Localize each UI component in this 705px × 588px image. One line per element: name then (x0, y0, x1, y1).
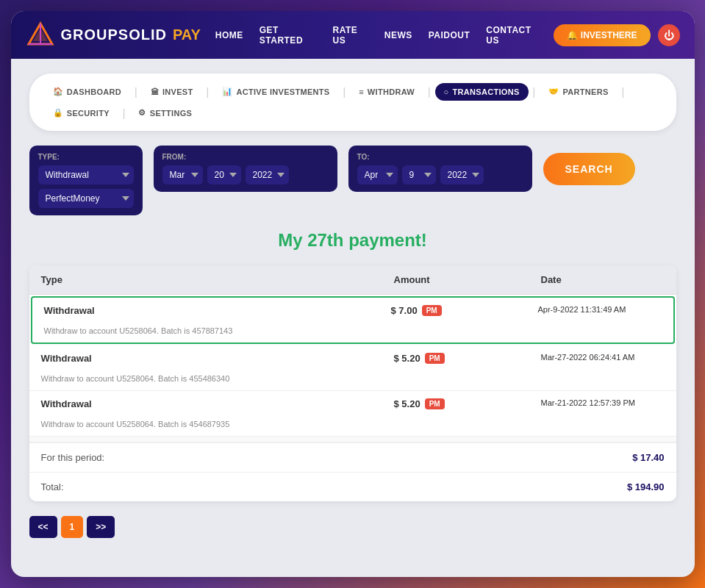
sub-nav-sep-7: | (121, 107, 127, 119)
nav-link-get-started[interactable]: GET STARTED (260, 25, 317, 46)
to-year-select[interactable]: 2020202120222023 (440, 165, 484, 184)
power-button[interactable]: ⏻ (658, 24, 680, 46)
sub-nav-sep-3: | (341, 86, 347, 98)
nav-links: HOMEGET STARTEDRATE USNEWSPAIDOUTCONTACT… (215, 25, 540, 46)
transactions-table: Type Amount Date Withdrawal$ 7.00 PMApr-… (29, 265, 676, 501)
dashboard-icon: 🏠 (53, 87, 63, 96)
to-day-select[interactable]: 9101520 2530 (402, 165, 436, 184)
spacer (29, 437, 676, 442)
period-row: For this period: $ 17.40 (29, 442, 676, 472)
sub-nav-label-transactions: TRANSACTIONS (453, 87, 520, 96)
sub-nav-item-dashboard[interactable]: 🏠DASHBOARD (44, 82, 131, 101)
row-amount-value-2: $ 5.20 (394, 398, 421, 409)
table-row-2: Withdrawal$ 5.20 PMMar-21-2022 12:57:39 … (29, 391, 676, 417)
table-row-1: Withdrawal$ 5.20 PMMar-27-2022 06:24:41 … (29, 345, 676, 371)
sub-nav-sep-5: | (532, 86, 537, 98)
from-label: FROM: (162, 153, 329, 161)
payment-heading: My 27th payment! (29, 230, 676, 251)
pagination: << 1 >> (29, 516, 676, 538)
sub-nav-sep-4: | (426, 86, 432, 98)
th-date: Date (529, 265, 676, 294)
pagination-page-1[interactable]: 1 (61, 516, 84, 538)
from-day-select[interactable]: 151015 20253031 (207, 165, 241, 184)
sub-nav-item-transactions[interactable]: ○TRANSACTIONS (435, 83, 529, 101)
filters-row: TYPE: Withdrawal Deposit PerfectMoney Bi… (29, 146, 676, 215)
sub-nav-sep-2: | (205, 86, 211, 98)
from-filter-box: FROM: JanFebMarApr MayJunJulAug SepOctNo… (154, 146, 337, 192)
type-select[interactable]: Withdrawal Deposit (38, 165, 134, 184)
row-type-0: Withdrawal (32, 298, 379, 323)
sub-nav-label-security: SECURITY (67, 109, 110, 118)
sub-nav-item-security[interactable]: 🔒SECURITY (44, 104, 118, 122)
type-select-row: Withdrawal Deposit PerfectMoney Bitcoin … (38, 165, 134, 208)
th-amount: Amount (382, 265, 529, 294)
row-date-1: Mar-27-2022 06:24:41 AM (529, 345, 676, 371)
row-sub-0: Withdraw to account U5258064. Batch is 4… (32, 323, 673, 343)
table-header: Type Amount Date (29, 265, 676, 295)
sub-nav-label-invest: INVEST (162, 87, 193, 96)
from-year-select[interactable]: 2020202120222023 (246, 165, 289, 184)
row-type-1: Withdrawal (29, 345, 382, 371)
to-month-select[interactable]: JanFebMarApr MayJunJulAug SepOctNovDec (357, 165, 398, 184)
pagination-prev[interactable]: << (29, 516, 57, 538)
table-row-group-2: Withdrawal$ 5.20 PMMar-21-2022 12:57:39 … (29, 391, 676, 437)
sub-nav-item-settings[interactable]: ⚙SETTINGS (129, 104, 201, 122)
pagination-next[interactable]: >> (87, 516, 115, 538)
nav-link-contact-us[interactable]: CONTACT US (486, 25, 539, 46)
active-investments-icon: 📊 (222, 87, 232, 96)
period-label: For this period: (29, 443, 529, 472)
row-amount-value-0: $ 7.00 (391, 305, 418, 316)
table-row-group-0: Withdrawal$ 7.00 PMApr-9-2022 11:31:49 A… (31, 296, 675, 344)
type-filter-box: TYPE: Withdrawal Deposit PerfectMoney Bi… (29, 146, 143, 215)
sub-nav-item-active-investments[interactable]: 📊ACTIVE INVESTMENTS (213, 82, 338, 101)
row-amount-1: $ 5.20 PM (382, 345, 529, 371)
row-sub-1: Withdraw to account U5258064. Batch is 4… (29, 371, 676, 390)
search-button[interactable]: SEARCH (543, 153, 635, 185)
row-amount-2: $ 5.20 PM (382, 391, 529, 417)
nav-link-home[interactable]: HOME (215, 30, 243, 40)
nav-link-rate-us[interactable]: RATE US (333, 25, 368, 46)
row-type-2: Withdrawal (29, 391, 382, 417)
row-badge-0: PM (422, 305, 442, 316)
payment-select[interactable]: PerfectMoney Bitcoin Ethereum (38, 189, 134, 208)
nav-link-news[interactable]: NEWS (384, 30, 412, 40)
sub-nav-item-invest[interactable]: 🏛INVEST (142, 83, 202, 101)
sub-nav-item-withdraw[interactable]: ≡WITHDRAW (350, 83, 423, 101)
invest-here-button[interactable]: 🔔 INVESTHERE (554, 24, 650, 46)
navbar: GROUPSOLIDPAY HOMEGET STARTEDRATE USNEWS… (11, 11, 695, 59)
partners-icon: 🤝 (548, 87, 559, 96)
content-area: 🏠DASHBOARD|🏛INVEST|📊ACTIVE INVESTMENTS|≡… (11, 59, 695, 553)
period-value: $ 17.40 (529, 443, 676, 472)
sub-nav-sep-1: | (133, 86, 139, 98)
total-value: $ 194.90 (529, 473, 676, 501)
nav-right: 🔔 INVESTHERE ⏻ (554, 24, 679, 46)
total-label: Total: (29, 473, 529, 501)
table-row-group-1: Withdrawal$ 5.20 PMMar-27-2022 06:24:41 … (29, 345, 676, 391)
to-filter-box: TO: JanFebMarApr MayJunJulAug SepOctNovD… (348, 146, 532, 192)
invest-icon: 🏛 (151, 87, 159, 96)
settings-icon: ⚙ (138, 108, 146, 118)
row-badge-2: PM (425, 398, 445, 409)
to-label: TO: (357, 153, 523, 161)
row-sub-2: Withdraw to account U5258064. Batch is 4… (29, 417, 676, 436)
sub-nav: 🏠DASHBOARD|🏛INVEST|📊ACTIVE INVESTMENTS|≡… (29, 74, 676, 131)
table-row-0: Withdrawal$ 7.00 PMApr-9-2022 11:31:49 A… (32, 298, 673, 323)
transactions-icon: ○ (444, 87, 449, 96)
sub-nav-item-partners[interactable]: 🤝PARTNERS (540, 82, 617, 101)
sub-nav-label-settings: SETTINGS (150, 109, 192, 118)
from-month-select[interactable]: JanFebMarApr MayJunJulAug SepOctNovDec (162, 165, 203, 184)
sub-nav-label-active-investments: ACTIVE INVESTMENTS (236, 87, 329, 96)
total-row: Total: $ 194.90 (29, 472, 676, 501)
row-date-2: Mar-21-2022 12:57:39 PM (529, 391, 676, 417)
brand-name-group: GROUPSOLID (61, 26, 167, 43)
logo[interactable]: GROUPSOLIDPAY (26, 21, 201, 50)
security-icon: 🔒 (53, 108, 63, 118)
logo-icon (26, 21, 55, 50)
th-type: Type (29, 265, 382, 294)
row-amount-0: $ 7.00 PM (379, 298, 526, 323)
nav-link-paidout[interactable]: PAIDOUT (429, 30, 470, 40)
row-badge-1: PM (425, 353, 445, 364)
sub-nav-sep-6: | (620, 86, 626, 98)
main-container: GROUPSOLIDPAY HOMEGET STARTEDRATE USNEWS… (11, 11, 695, 577)
sub-nav-label-partners: PARTNERS (563, 87, 609, 96)
